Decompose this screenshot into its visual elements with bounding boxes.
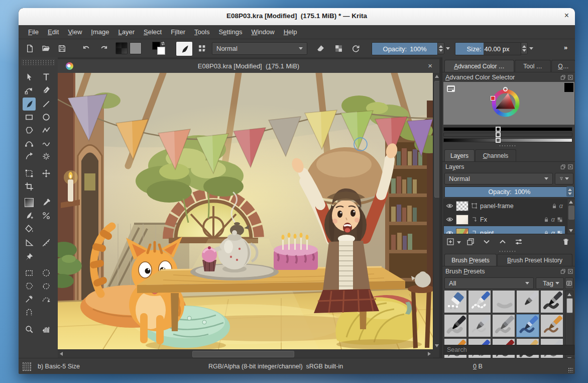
tag-button[interactable]: Tag — [536, 277, 564, 289]
brush-preset-selected[interactable] — [517, 315, 539, 337]
alpha-lock-icon[interactable]: α — [559, 202, 563, 210]
color-slider-3[interactable] — [443, 138, 572, 142]
docker-resize-handle[interactable] — [499, 145, 517, 147]
tool-bezier-curve[interactable] — [23, 137, 36, 150]
current-brush-preset[interactable]: b) Basic-5 Size — [38, 363, 80, 370]
save-button[interactable] — [56, 42, 68, 55]
resize-grip[interactable] — [568, 367, 573, 372]
alpha-checker-icon[interactable] — [557, 230, 563, 235]
brush-preset[interactable] — [493, 315, 515, 337]
undo-button[interactable] — [80, 42, 92, 55]
brush-preset[interactable] — [541, 315, 563, 337]
last-color-swatch[interactable] — [564, 83, 573, 92]
brush-grid-scrollbar[interactable] — [565, 291, 573, 368]
color-slider-2[interactable] — [443, 133, 572, 137]
color-slider-1[interactable] — [443, 127, 572, 131]
menu-file[interactable]: File — [24, 28, 43, 36]
tool-select-rectangular[interactable] — [23, 266, 36, 279]
add-layer-button[interactable] — [444, 236, 456, 248]
tool-fill[interactable] — [23, 222, 36, 235]
tool-ellipse[interactable] — [40, 111, 53, 124]
layer-row-fx[interactable]: Fx α — [444, 213, 565, 226]
background-color-swatch[interactable] — [157, 47, 165, 55]
brush-editor-button[interactable] — [176, 41, 193, 56]
menu-select[interactable]: Select — [139, 28, 166, 36]
close-docker-icon[interactable] — [567, 268, 573, 274]
add-layer-options-arrow[interactable] — [457, 241, 461, 244]
brush-tag-filter-dropdown[interactable]: All — [444, 277, 534, 289]
gradient-swatch-button[interactable] — [115, 42, 128, 54]
layer-blending-mode-dropdown[interactable]: Normal — [444, 173, 553, 184]
tool-transform-shapes[interactable] — [23, 70, 36, 83]
tool-pan[interactable] — [40, 323, 53, 336]
slider-1-handle[interactable] — [496, 127, 501, 132]
layer-list-scrollbar[interactable] — [567, 199, 575, 234]
layer-opacity-spinner[interactable] — [566, 186, 573, 197]
document-tab-bar[interactable]: E08P03.kra [Modified] (175.1 MiB) × — [58, 59, 439, 73]
tool-select-similar-color[interactable] — [23, 293, 36, 306]
float-docker-icon[interactable] — [560, 268, 566, 274]
tool-measure[interactable] — [40, 236, 53, 249]
visibility-eye-icon[interactable] — [446, 229, 453, 234]
canvas-vertical-scrollbar[interactable] — [433, 73, 440, 349]
size-options-arrow[interactable] — [529, 47, 533, 50]
brush-presets-popup-button[interactable] — [195, 42, 208, 55]
canvas-horizontal-scrollbar[interactable] — [58, 349, 433, 358]
lock-icon[interactable] — [543, 217, 549, 223]
lock-icon[interactable] — [551, 203, 557, 209]
brush-preset[interactable] — [468, 315, 491, 337]
window-close-icon[interactable]: × — [564, 11, 569, 20]
tool-line[interactable] — [40, 98, 53, 111]
move-layer-down-button[interactable] — [481, 236, 493, 248]
tool-polyline[interactable] — [40, 124, 53, 137]
memory-status[interactable]: 0 B — [473, 363, 483, 370]
tool-polygon[interactable] — [23, 124, 36, 137]
layer-properties-button[interactable] — [513, 236, 525, 248]
reload-preset-button[interactable] — [349, 42, 362, 55]
toolbox-drag-handle[interactable] — [22, 59, 55, 65]
close-docker-icon[interactable] — [567, 74, 573, 80]
slider-2-handle[interactable] — [496, 132, 501, 137]
menu-edit[interactable]: Edit — [43, 28, 63, 36]
tool-gradient[interactable] — [23, 196, 36, 209]
tool-select-freehand[interactable] — [40, 279, 53, 293]
selection-status-icon[interactable] — [23, 362, 31, 371]
tool-crop[interactable] — [23, 180, 36, 193]
menu-filter[interactable]: Filter — [166, 28, 190, 36]
visibility-eye-icon[interactable] — [446, 202, 453, 210]
eraser-mode-button[interactable] — [314, 42, 327, 55]
alpha-lock-icon[interactable]: α — [551, 229, 555, 234]
brush-preset[interactable] — [444, 315, 466, 337]
redo-button[interactable] — [98, 42, 110, 55]
tool-move[interactable] — [40, 167, 53, 180]
tool-select-magnetic[interactable] — [23, 306, 36, 319]
document-close-icon[interactable]: × — [428, 61, 432, 70]
tool-smart-patch[interactable] — [23, 209, 36, 222]
alpha-lock-icon[interactable]: α — [551, 216, 555, 223]
docker-resize-handle[interactable] — [499, 250, 517, 253]
tool-color-sampler[interactable] — [40, 196, 53, 209]
opacity-options-arrow[interactable] — [446, 47, 450, 50]
tool-reference-images[interactable] — [23, 250, 36, 263]
advanced-color-selector-panel[interactable] — [443, 82, 574, 125]
tool-dynamic-brush[interactable] — [23, 150, 36, 163]
layer-filter-button[interactable] — [555, 173, 573, 184]
color-profile-status[interactable]: RGB/Alpha (8-bit integer/channel) sRGB b… — [208, 363, 343, 370]
tool-multibrush[interactable] — [40, 150, 53, 163]
menu-layer[interactable]: Layer — [113, 28, 139, 36]
tab-tool-options[interactable]: Tool … — [515, 60, 551, 72]
tool-text[interactable] — [40, 70, 53, 83]
layer-row-paint-selected[interactable]: paint α — [444, 226, 565, 234]
delete-layer-button[interactable] — [560, 236, 572, 248]
duplicate-layer-button[interactable] — [464, 236, 477, 248]
open-button[interactable] — [40, 42, 52, 55]
opacity-spinner[interactable] — [437, 42, 444, 54]
lock-icon[interactable] — [543, 230, 549, 235]
selector-settings-icon[interactable] — [447, 85, 455, 92]
tab-brush-preset-history[interactable]: Brush Preset History — [497, 254, 572, 266]
opacity-slider[interactable]: Opacity:100% — [372, 42, 438, 55]
window-titlebar[interactable]: E08P03.kra [Modified] (175.1 MiB) * — Kr… — [19, 8, 575, 26]
brush-search-input[interactable] — [443, 345, 574, 355]
menu-window[interactable]: Window — [247, 28, 279, 36]
alpha-checker-icon[interactable] — [557, 217, 563, 223]
